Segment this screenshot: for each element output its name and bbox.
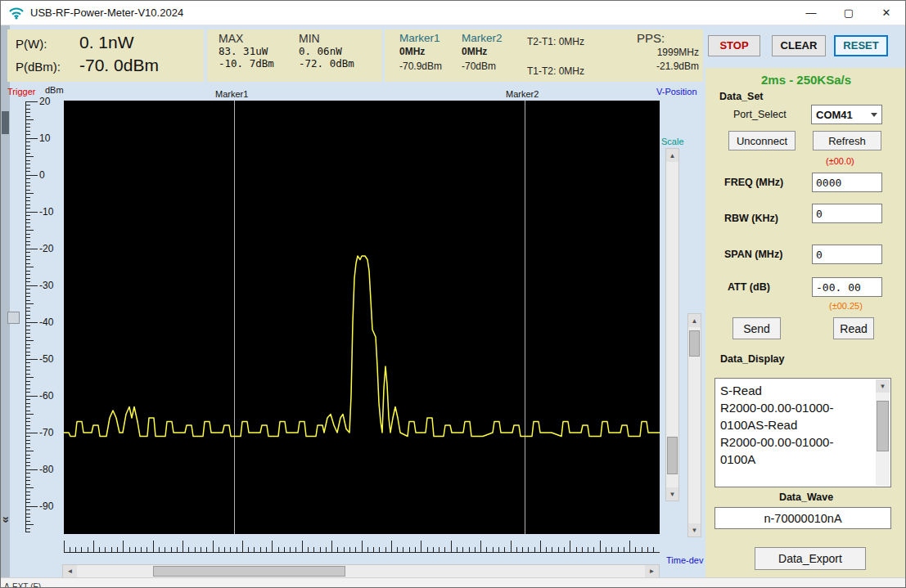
spectrum-trace-svg <box>64 101 660 534</box>
y-tick-label: 20 <box>39 96 50 107</box>
marker2-freq: 0MHz <box>462 46 503 57</box>
min-dbm-value: -72. 0dBm <box>299 57 354 70</box>
pw-value: 0. 1nW <box>79 33 134 52</box>
left-scrollbar-thumb[interactable] <box>2 111 9 134</box>
data-display-text: S-ReadR2000-00.00-01000-0100AS-ReadR2000… <box>720 382 872 468</box>
data-export-button[interactable]: Data_Export <box>755 547 866 570</box>
freq-field-wrap <box>812 173 882 192</box>
control-panel: 2ms - 250KSa/s Data_Set Port_Select COM4… <box>705 68 905 577</box>
main-area: » P(W): 0. 1nW P(dBm): -70. 0dBm MAX 83.… <box>1 25 905 577</box>
span-label: SPAN (MHz) <box>724 249 782 260</box>
display-line: R2000-00.00-01000- <box>720 399 872 416</box>
unconnect-button[interactable]: Unconnect <box>728 131 796 150</box>
y-tick-label: -50 <box>39 353 53 365</box>
max-dbm-value: -10. 7dBm <box>219 57 274 70</box>
display-scrollbar-thumb[interactable] <box>877 401 889 451</box>
marker1-dbm: -70.9dBm <box>399 61 442 72</box>
data-set-label: Data_Set <box>719 91 764 102</box>
min-column: MIN 0. 06nW -72. 0dBm <box>299 32 354 70</box>
refresh-button[interactable]: Refresh <box>813 131 881 150</box>
close-button[interactable]: ✕ <box>868 1 905 25</box>
port-select-label: Port_Select <box>733 109 787 120</box>
scroll-right-icon[interactable]: ► <box>645 565 659 577</box>
scale-scrollbar[interactable]: ▲ ▼ <box>665 148 679 501</box>
left-scrollbar[interactable] <box>1 25 10 577</box>
clear-button[interactable]: CLEAR <box>772 35 826 56</box>
right-vertical-scrollbar[interactable]: ▲ ▼ <box>687 313 701 537</box>
t1t2-value: T1-T2: 0MHz <box>527 65 584 77</box>
y-tick-label: -40 <box>39 316 53 328</box>
rbw-label: RBW (KHz) <box>724 213 778 224</box>
att-tolerance-label: (±00.25) <box>829 301 863 311</box>
att-field-wrap <box>812 277 882 297</box>
max-column: MAX 83. 31uW -10. 7dBm <box>219 32 274 70</box>
left-scroll-down-icon[interactable]: » <box>1 516 14 523</box>
right-scroll-up-icon[interactable]: ▲ <box>688 314 701 327</box>
trigger-label: Trigger <box>7 87 35 97</box>
app-window: USB-RF-Power-Meter-V10.2024 — ▢ ✕ » P(W)… <box>0 0 906 588</box>
freq-input[interactable] <box>812 173 882 192</box>
pdbm-value: -70. 0dBm <box>79 56 159 75</box>
title-bar: USB-RF-Power-Meter-V10.2024 — ▢ ✕ <box>1 1 905 25</box>
marker2-label: Marker2 <box>462 32 503 44</box>
span-input[interactable] <box>812 245 882 264</box>
freq-tolerance-label: (±00.0) <box>826 156 854 166</box>
chevron-down-icon <box>871 113 877 117</box>
horizontal-scrollbar-thumb[interactable] <box>153 566 345 577</box>
marker2-column: Marker2 0MHz -70dBm <box>462 32 503 72</box>
window-title: USB-RF-Power-Meter-V10.2024 <box>30 7 183 19</box>
status-bar: A-EXT-(F) <box>1 577 905 587</box>
send-button[interactable]: Send <box>732 317 781 339</box>
reset-button[interactable]: RESET <box>834 35 888 56</box>
sample-rate-label: 2ms - 250KSa/s <box>705 73 905 87</box>
marker1-column: Marker1 0MHz -70.9dBm <box>399 32 442 72</box>
minimize-button[interactable]: — <box>792 1 830 25</box>
power-watt-row: P(W): 0. 1nW <box>16 33 134 52</box>
freq-label: FREQ (MHz) <box>724 177 783 188</box>
y-axis-ruler <box>25 101 38 534</box>
status-text: A-EXT-(F) <box>4 582 41 587</box>
data-display-box[interactable]: S-ReadR2000-00.00-01000-0100AS-ReadR2000… <box>714 378 891 487</box>
marker2-dbm: -70dBm <box>462 61 503 72</box>
horizontal-scrollbar[interactable]: ◄ ► <box>62 564 660 577</box>
left-slider-handle[interactable] <box>7 312 20 324</box>
data-wave-label: Data_Wave <box>705 491 905 503</box>
att-input[interactable] <box>812 277 882 297</box>
display-scrollbar[interactable]: ▲ ▼ <box>876 379 890 486</box>
read-button[interactable]: Read <box>833 317 874 339</box>
port-select-value: COM41 <box>816 109 853 121</box>
spectrum-display[interactable] <box>64 101 660 534</box>
maximize-button[interactable]: ▢ <box>830 1 868 25</box>
window-controls: — ▢ ✕ <box>792 1 905 25</box>
span-field-wrap <box>812 245 882 264</box>
y-tick-label: -70 <box>39 427 53 438</box>
stop-button[interactable]: STOP <box>708 35 760 56</box>
marker1-freq: 0MHz <box>399 46 442 57</box>
rbw-field-wrap <box>812 204 882 223</box>
y-tick-label: -10 <box>39 206 53 218</box>
pps-column: PPS: 1999MHz -21.9dBm <box>637 31 699 72</box>
display-scroll-down-icon[interactable]: ▼ <box>876 379 890 393</box>
max-watt-value: 83. 31uW <box>219 45 274 57</box>
scroll-left-icon[interactable]: ◄ <box>63 565 77 577</box>
right-scroll-down-icon[interactable]: ▼ <box>688 523 701 536</box>
x-axis-ruler <box>64 538 660 553</box>
data-display-label: Data_Display <box>720 353 785 365</box>
scale-scroll-down-icon[interactable]: ▼ <box>666 487 678 500</box>
scale-scroll-up-icon[interactable]: ▲ <box>666 149 678 162</box>
att-label: ATT (dB) <box>728 281 770 293</box>
delta-column: T2-T1: 0MHz T1-T2: 0MHz <box>527 36 584 77</box>
data-wave-box[interactable]: n-70000010nA <box>714 507 891 529</box>
maxmin-readout-panel: MAX 83. 31uW -10. 7dBm MIN 0. 06nW -72. … <box>207 29 382 82</box>
scale-scrollbar-thumb[interactable] <box>667 437 678 474</box>
y-tick-label: -60 <box>39 390 53 402</box>
right-scrollbar-thumb[interactable] <box>689 330 700 357</box>
y-tick-label: 10 <box>39 132 50 144</box>
port-select-dropdown[interactable]: COM41 <box>811 105 882 124</box>
power-readout-panel: P(W): 0. 1nW P(dBm): -70. 0dBm <box>7 29 204 82</box>
chart-marker1-label: Marker1 <box>215 89 248 99</box>
min-label: MIN <box>299 32 354 45</box>
vposition-label: V-Position <box>656 87 697 97</box>
timedev-label: Time-dev <box>666 555 703 565</box>
rbw-input[interactable] <box>812 204 882 223</box>
